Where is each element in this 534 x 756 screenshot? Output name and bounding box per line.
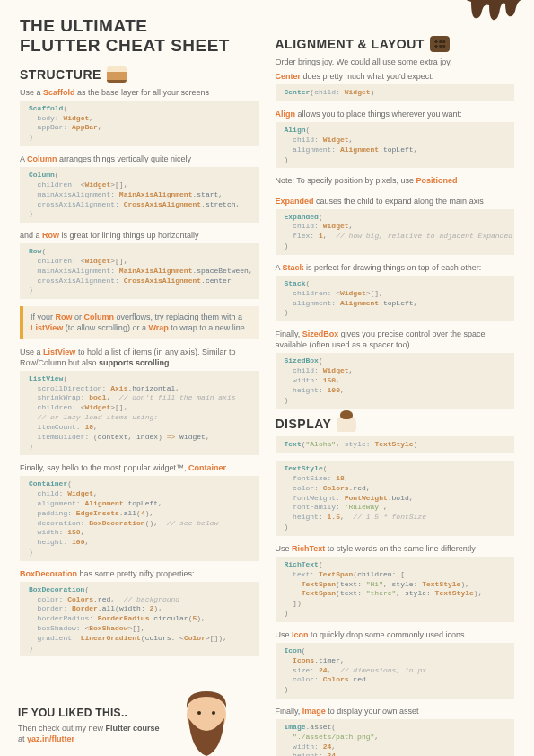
structure-p4: Use a ListView to hold a list of items (… <box>20 347 259 368</box>
alignment-p3: Note: To specify position by pixels, use… <box>276 175 515 186</box>
icecream-icon <box>337 416 356 432</box>
code-listview: ListView( scrollDirection: Axis.horizont… <box>20 371 259 455</box>
structure-p6: BoxDecoration has some pretty nifty prop… <box>20 568 259 579</box>
alignment-heading: ALIGNMENT & LAYOUT <box>276 36 515 52</box>
beard-avatar-icon <box>175 688 238 756</box>
code-expanded: Expanded( child: Widget, flex: 1, // how… <box>276 209 515 255</box>
alignment-sub: Order brings joy. We could all use some … <box>276 57 515 67</box>
code-stack: Stack( children: <Widget>[], alignment: … <box>276 276 515 321</box>
svg-point-2 <box>212 711 215 715</box>
title-line-1: THE ULTIMATE <box>20 16 148 35</box>
page-title: THE ULTIMATE FLUTTER CHEAT SHEET <box>20 16 259 56</box>
structure-p3: and a Row is great for lining things up … <box>20 230 259 241</box>
chocolate-drip-icon <box>462 0 525 27</box>
alignment-p6: Finally, SizedBox gives you precise cont… <box>276 329 515 350</box>
code-image: Image.asset( "./assets/path.png", width:… <box>276 719 515 756</box>
alignment-p1: Center does pretty much what you'd expec… <box>276 71 515 82</box>
structure-p2: A Column arranges things vertically quit… <box>20 154 259 164</box>
code-container: Container( child: Widget, alignment: Ali… <box>20 476 259 560</box>
code-boxdecoration: BoxDecoration( color: Colors.red, // bac… <box>20 582 259 657</box>
overflow-callout: If your Row or Column overflows, try rep… <box>20 306 259 338</box>
code-icon: Icon( Icons.timer, size: 24, // dimensio… <box>276 643 515 699</box>
alignment-p5: A Stack is perfect for drawing things on… <box>276 262 515 273</box>
code-textstyle: TextStyle( fontSize: 18, color: Colors.r… <box>276 461 515 536</box>
code-scaffold: Scaffold( body: Widget, appBar: AppBar, … <box>20 101 259 146</box>
code-text: Text("Aloha", style: TextStyle) <box>276 436 515 453</box>
code-align: Align( child: Widget, alignment: Alignme… <box>276 122 515 168</box>
structure-heading: STRUCTURE <box>20 66 259 83</box>
alignment-heading-text: ALIGNMENT & LAYOUT <box>276 37 425 51</box>
code-richtext: RichText( text: TextSpan(children: [ Tex… <box>276 557 515 622</box>
footer-link[interactable]: yaz.in/flutter <box>27 734 74 743</box>
alignment-p4: Expanded causes the child to expand alon… <box>276 196 515 207</box>
display-heading-text: DISPLAY <box>276 417 332 431</box>
cake-icon <box>107 66 127 83</box>
right-column: ALIGNMENT & LAYOUT Order brings joy. We … <box>276 16 515 756</box>
cookie-icon <box>430 36 450 52</box>
code-row: Row( children: <Widget>[], mainAxisAlign… <box>20 243 259 299</box>
code-sizedbox: SizedBox( child: Widget, width: 150, hei… <box>276 353 515 409</box>
structure-p1: Use a Scaffold as the base layer for all… <box>20 87 259 98</box>
code-column: Column( children: <Widget>[], mainAxisAl… <box>20 167 259 223</box>
display-p4: Use Icon to quickly drop some commonly u… <box>276 629 515 640</box>
display-p5: Finally, Image to display your own asset <box>276 706 515 716</box>
structure-heading-text: STRUCTURE <box>20 67 101 82</box>
title-line-2: FLUTTER CHEAT SHEET <box>20 36 230 55</box>
left-column: THE ULTIMATE FLUTTER CHEAT SHEET STRUCTU… <box>20 16 259 756</box>
alignment-p2: Align allows you to place things whereve… <box>276 109 515 119</box>
code-center: Center(child: Widget) <box>276 84 515 101</box>
display-p3: Use RichText to style words on the same … <box>276 543 515 554</box>
svg-point-1 <box>197 711 201 715</box>
display-heading: DISPLAY <box>276 416 515 432</box>
footer: IF YOU LIKED THIS.. Then check out my ne… <box>0 707 267 756</box>
structure-p5: Finally, say hello to the most popular w… <box>20 462 259 473</box>
